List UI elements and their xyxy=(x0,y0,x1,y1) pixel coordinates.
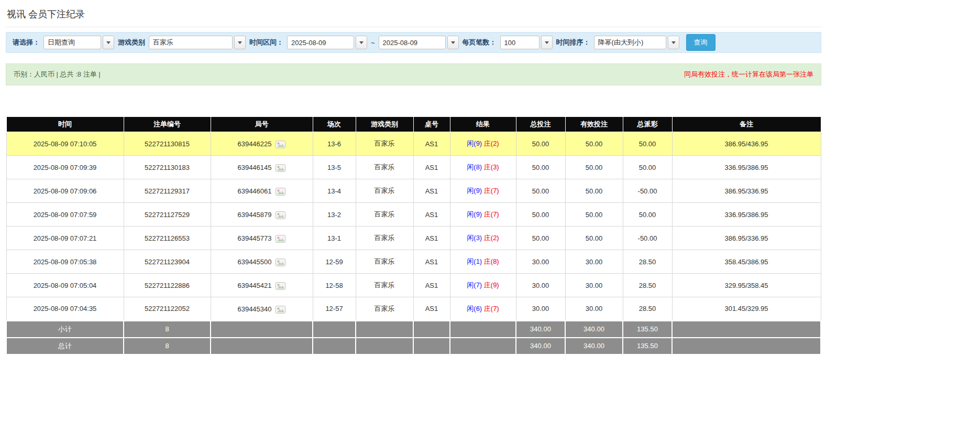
total-label: 总计 xyxy=(6,338,124,354)
cell-game-type: 百家乐 xyxy=(356,132,413,156)
cell-empty xyxy=(211,338,313,354)
page-header: 视讯 会员下注纪录 xyxy=(6,0,821,27)
result-player: 闲(8) xyxy=(467,163,482,171)
cell-table-id: AS1 xyxy=(413,250,450,274)
cell-result: 闲(7) 庄(9) xyxy=(450,274,516,297)
cell-total-bet[interactable]: 50.00 xyxy=(516,227,565,250)
search-button[interactable]: 查询 xyxy=(686,34,715,51)
round-id: 639445879 xyxy=(237,211,271,219)
cell-payout: 28.50 xyxy=(623,250,672,274)
cell-total-bet[interactable]: 50.00 xyxy=(516,179,565,203)
result-banker: 庄(7) xyxy=(484,305,499,313)
query-type-combobox[interactable] xyxy=(43,36,114,49)
cell-result: 闲(3) 庄(2) xyxy=(450,227,516,250)
cell-round: 639445340 xyxy=(211,297,313,321)
cell-total-bet[interactable]: 30.00 xyxy=(516,297,565,321)
total-payout: 135.50 xyxy=(623,338,672,354)
header-payout: 总派彩 xyxy=(623,117,672,132)
chevron-down-icon xyxy=(671,41,676,44)
video-replay-icon[interactable] xyxy=(275,234,286,245)
date-from-input[interactable] xyxy=(287,36,354,49)
page-size-arrow-button[interactable] xyxy=(541,36,553,49)
subtotal-count: 8 xyxy=(124,321,211,338)
cell-bet-id: 522721122052 xyxy=(124,297,211,321)
cell-result: 闲(6) 庄(7) xyxy=(450,297,516,321)
video-replay-icon[interactable] xyxy=(275,282,286,292)
date-from-combobox[interactable] xyxy=(287,36,367,49)
cell-time: 2025-08-09 07:07:59 xyxy=(6,203,124,227)
result-player: 闲(9) xyxy=(467,139,482,147)
cell-empty xyxy=(356,338,413,354)
cell-total-bet[interactable]: 50.00 xyxy=(516,203,565,227)
cell-total-bet[interactable]: 50.00 xyxy=(516,156,565,179)
select-type-label: 请选择： xyxy=(13,38,40,47)
page-title: 视讯 会员下注纪录 xyxy=(7,8,820,20)
date-to-arrow-button[interactable] xyxy=(447,36,459,49)
result-player: 闲(6) xyxy=(467,305,482,313)
cell-session: 12-57 xyxy=(313,297,356,321)
video-replay-icon[interactable] xyxy=(275,258,286,268)
cell-total-bet[interactable]: 50.00 xyxy=(516,132,565,156)
round-id: 639445773 xyxy=(237,234,271,242)
cell-game-type: 百家乐 xyxy=(356,274,413,297)
cell-empty xyxy=(313,321,356,338)
cell-valid-bet: 30.00 xyxy=(565,274,623,297)
time-sort-arrow-button[interactable] xyxy=(668,36,679,49)
cell-round: 639445421 xyxy=(211,274,313,297)
video-replay-icon[interactable] xyxy=(275,305,286,316)
round-id: 639445421 xyxy=(237,282,271,289)
cell-table-id: AS1 xyxy=(413,156,450,179)
cell-session: 12-59 xyxy=(313,250,356,274)
cell-total-bet[interactable]: 30.00 xyxy=(516,274,565,297)
cell-result: 闲(8) 庄(3) xyxy=(450,156,516,179)
result-player: 闲(1) xyxy=(467,257,482,265)
table-footer: 小计 8 340.00 340.00 135.50 总计 8 xyxy=(6,321,821,354)
header-round-id: 局号 xyxy=(211,117,313,132)
cell-time: 2025-08-09 07:05:04 xyxy=(6,274,124,297)
cell-result: 闲(9) 庄(7) xyxy=(450,203,516,227)
query-type-input[interactable] xyxy=(43,36,101,49)
cell-table-id: AS1 xyxy=(413,132,450,156)
subtotal-label: 小计 xyxy=(6,321,124,338)
cell-valid-bet: 30.00 xyxy=(565,297,623,321)
subtotal-payout: 135.50 xyxy=(623,321,672,338)
date-from-arrow-button[interactable] xyxy=(356,36,367,49)
cell-remark: 301.45/329.95 xyxy=(672,297,821,321)
round-id: 639445500 xyxy=(237,258,271,266)
cell-game-type: 百家乐 xyxy=(356,250,413,274)
video-replay-icon[interactable] xyxy=(275,187,286,198)
header-table-id: 桌号 xyxy=(413,117,450,132)
cell-empty xyxy=(672,321,821,338)
cell-valid-bet: 50.00 xyxy=(565,227,623,250)
time-sort-combobox[interactable] xyxy=(594,36,679,49)
date-to-combobox[interactable] xyxy=(379,36,459,49)
result-player: 闲(7) xyxy=(467,281,482,289)
date-to-input[interactable] xyxy=(379,36,446,49)
result-player: 闲(9) xyxy=(467,210,482,218)
table-header-row: 时间 注单编号 局号 场次 游戏类别 桌号 结果 总投注 有效投注 总派彩 备注 xyxy=(6,117,821,132)
cell-remark: 386.95/336.95 xyxy=(672,179,821,203)
subtotal-row: 小计 8 340.00 340.00 135.50 xyxy=(6,321,821,338)
query-type-arrow-button[interactable] xyxy=(103,36,114,49)
cell-total-bet[interactable]: 30.00 xyxy=(516,250,565,274)
cell-payout: -50.00 xyxy=(623,227,672,250)
game-type-combobox[interactable] xyxy=(149,36,246,49)
page-size-input[interactable] xyxy=(500,36,539,49)
cell-empty xyxy=(450,321,516,338)
game-type-input[interactable] xyxy=(149,36,233,49)
round-id: 639446225 xyxy=(237,140,271,148)
time-sort-input[interactable] xyxy=(594,36,666,49)
page-size-combobox[interactable] xyxy=(500,36,553,49)
result-banker: 庄(9) xyxy=(484,281,499,289)
cell-session: 13-5 xyxy=(313,156,356,179)
game-type-arrow-button[interactable] xyxy=(234,36,246,49)
round-id: 639446061 xyxy=(237,187,271,195)
cell-result: 闲(1) 庄(8) xyxy=(450,250,516,274)
video-replay-icon[interactable] xyxy=(275,164,286,174)
video-replay-icon[interactable] xyxy=(275,140,286,150)
cell-empty xyxy=(450,338,516,354)
cell-round: 639446225 xyxy=(211,132,313,156)
cell-bet-id: 522721127529 xyxy=(124,203,211,227)
cell-bet-id: 522721130815 xyxy=(124,132,211,156)
video-replay-icon[interactable] xyxy=(275,211,286,221)
